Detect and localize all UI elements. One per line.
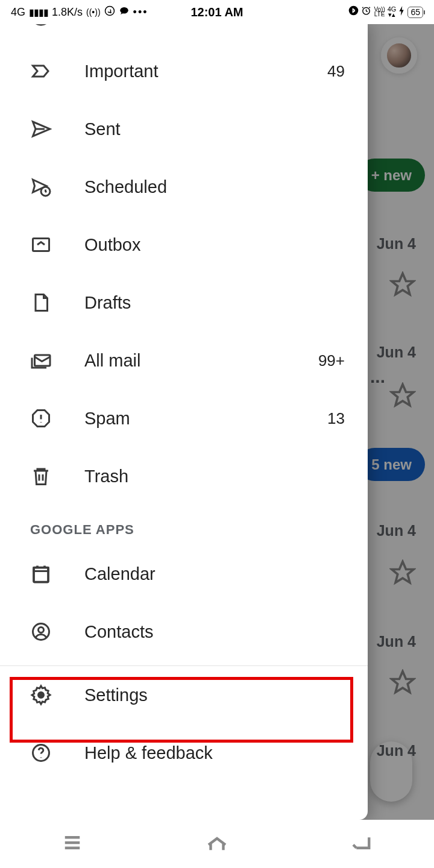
drawer-item-settings[interactable]: Settings <box>0 666 368 724</box>
drawer-item-label: Sent <box>84 119 345 139</box>
drawer-item-contacts[interactable]: Contacts <box>0 603 368 661</box>
drawer-item-help[interactable]: Help & feedback <box>0 724 368 782</box>
svg-point-4 <box>33 24 49 25</box>
nav-home-button[interactable] <box>204 830 230 858</box>
whatsapp-icon <box>104 5 115 19</box>
svg-point-0 <box>105 6 114 15</box>
drawer-item-label: Calendar <box>84 564 345 584</box>
svg-rect-8 <box>34 568 48 582</box>
nav-back-button[interactable] <box>349 830 374 858</box>
drawer-item-label: Spam <box>84 409 327 429</box>
more-icon: ••• <box>133 6 148 19</box>
trash-icon <box>30 465 84 487</box>
drawer-item-count: 99+ <box>318 351 345 370</box>
drawer-item-label: Trash <box>84 467 345 486</box>
status-right: Vo))LTE 4G▾▴ 65 <box>348 5 423 19</box>
drawer-item-important[interactable]: Important 49 <box>0 42 368 100</box>
svg-point-1 <box>120 7 128 14</box>
contacts-icon <box>30 621 84 643</box>
drawer-item-label: Drafts <box>84 293 345 313</box>
drawer-item-scheduled[interactable]: Scheduled <box>0 158 368 216</box>
section-google-apps: GOOGLE APPS <box>0 505 368 545</box>
hotspot-icon: ((•)) <box>86 7 101 17</box>
important-icon <box>30 60 84 82</box>
drawer-item-snoozed[interactable]: Snoozed <box>0 24 368 42</box>
snoozed-icon <box>30 24 84 28</box>
svg-point-12 <box>39 693 44 698</box>
help-icon <box>30 742 84 764</box>
bluetooth-icon <box>348 5 359 19</box>
drawer-item-label: Settings <box>84 685 345 705</box>
system-nav-bar <box>0 820 434 868</box>
charging-icon <box>398 6 405 19</box>
drawer-item-calendar[interactable]: Calendar <box>0 545 368 603</box>
drawer-item-count: 49 <box>327 62 345 81</box>
settings-icon <box>30 684 84 706</box>
nav-menu-button[interactable] <box>60 830 85 858</box>
spam-icon <box>30 407 84 429</box>
svg-rect-6 <box>33 239 49 251</box>
svg-point-11 <box>39 627 44 633</box>
volte-icon: Vo))LTE <box>374 7 385 17</box>
drawer-item-label: Important <box>84 61 327 81</box>
chat-icon <box>119 5 130 19</box>
network-type: 4G <box>11 6 25 19</box>
svg-point-2 <box>349 6 359 16</box>
outbox-icon <box>30 234 84 256</box>
drawer-item-sent[interactable]: Sent <box>0 100 368 158</box>
drawer-item-drafts[interactable]: Drafts <box>0 274 368 332</box>
drawer-item-label: Scheduled <box>84 177 345 197</box>
net4g-icon: 4G▾▴ <box>388 7 397 17</box>
drafts-icon <box>30 292 84 313</box>
battery-indicator: 65 <box>407 7 423 18</box>
status-left: 4G ▮▮▮▮ 1.8K/s ((•)) ••• <box>11 5 148 19</box>
scheduled-icon <box>30 176 84 198</box>
drawer-item-spam[interactable]: Spam 13 <box>0 389 368 447</box>
drawer-item-allmail[interactable]: All mail 99+ <box>0 332 368 389</box>
status-bar: 4G ▮▮▮▮ 1.8K/s ((•)) ••• 12:01 AM Vo))LT… <box>0 0 434 24</box>
allmail-icon <box>30 350 84 371</box>
drawer-item-label: All mail <box>84 351 318 371</box>
data-speed: 1.8K/s <box>52 6 83 19</box>
sent-icon <box>30 118 84 140</box>
alarm-icon <box>361 5 371 19</box>
signal-icon: ▮▮▮▮ <box>29 7 48 18</box>
navigation-drawer: Snoozed Important 49 Sent Scheduled <box>0 24 368 820</box>
drawer-item-outbox[interactable]: Outbox <box>0 216 368 274</box>
drawer-item-label: Contacts <box>84 622 345 642</box>
calendar-icon <box>30 563 84 585</box>
svg-rect-9 <box>34 568 48 571</box>
drawer-item-label: Help & feedback <box>84 743 345 763</box>
drawer-item-trash[interactable]: Trash <box>0 447 368 505</box>
clock: 12:01 AM <box>190 5 243 19</box>
drawer-item-count: 13 <box>327 409 345 428</box>
drawer-item-label: Snoozed <box>84 24 345 26</box>
drawer-item-label: Outbox <box>84 235 345 255</box>
